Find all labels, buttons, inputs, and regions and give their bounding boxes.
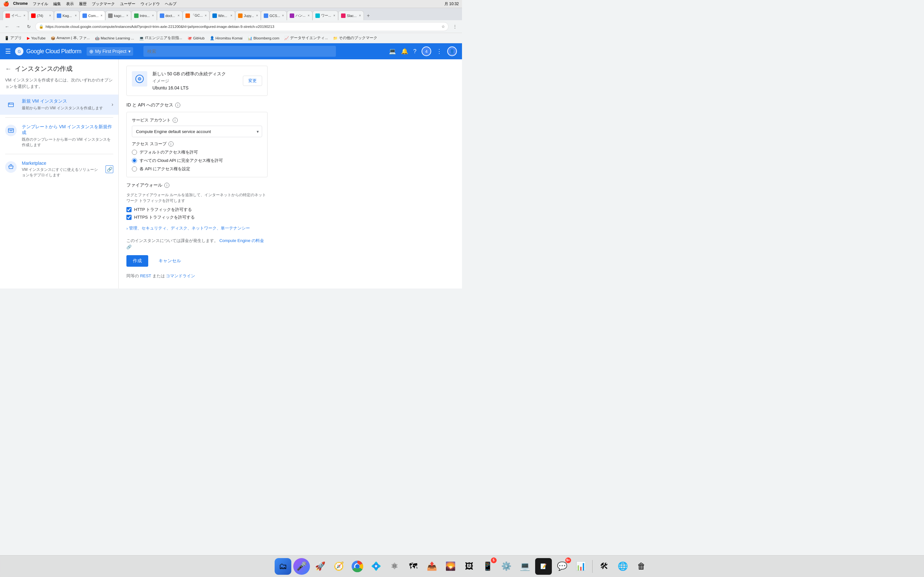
- tab-1[interactable]: (74) ×: [28, 11, 54, 20]
- menu-edit[interactable]: 編集: [53, 1, 61, 7]
- more-options-icon[interactable]: ⋮: [436, 48, 442, 55]
- search-input[interactable]: [144, 46, 336, 57]
- address-bar[interactable]: 🔒 https://console.cloud.google.com/compu…: [35, 22, 449, 31]
- bookmark-star[interactable]: ☆: [441, 24, 445, 29]
- tab-11[interactable]: ハン... ×: [287, 11, 312, 20]
- tab-0[interactable]: イベ... ×: [3, 11, 28, 20]
- tab-close-13[interactable]: ×: [359, 14, 361, 17]
- tab-13[interactable]: Slac... ×: [338, 11, 364, 20]
- menu-user[interactable]: ユーザー: [120, 1, 136, 7]
- bm-amazon[interactable]: 📦 Amazon | 本, ファ...: [49, 35, 92, 41]
- rest-notice-text: 同等の: [126, 274, 139, 278]
- apple-menu[interactable]: 🍎: [3, 1, 9, 7]
- menu-bookmarks[interactable]: ブックマーク: [92, 1, 115, 7]
- rest-link[interactable]: REST: [140, 274, 151, 278]
- bm-datascience[interactable]: 📈 データサイエンティ...: [282, 35, 330, 41]
- project-selector[interactable]: ⊕ My First Project ▾: [87, 47, 133, 56]
- menu-help[interactable]: ヘルプ: [165, 1, 176, 7]
- bookmarks-bar: 📱 アプリ ▶ YouTube 📦 Amazon | 本, ファ... 🤖 Ma…: [0, 33, 462, 43]
- back-button[interactable]: ←: [3, 22, 11, 31]
- cmdline-link[interactable]: コマンドライン: [166, 274, 195, 278]
- service-account-select[interactable]: Compute Engine default service account: [132, 126, 262, 137]
- service-account-info-icon[interactable]: i: [173, 118, 178, 123]
- radio-all[interactable]: すべての Cloud API に完全アクセス権を許可: [132, 158, 262, 163]
- menu-view[interactable]: 表示: [66, 1, 74, 7]
- bm-it[interactable]: 💻 ITエンジニアを目指...: [137, 35, 184, 41]
- tab-close-4[interactable]: ×: [126, 14, 128, 17]
- tab-label-12: ワー...: [321, 13, 331, 18]
- hamburger-menu[interactable]: ☰: [5, 47, 11, 55]
- billing-text: このインスタンスについては課金が発生します。: [126, 238, 218, 243]
- tab-close-1[interactable]: ×: [49, 14, 51, 17]
- https-checkbox-item[interactable]: HTTPS トラフィックを許可する: [126, 214, 268, 220]
- tab-close-8[interactable]: ×: [230, 14, 232, 17]
- menu-window[interactable]: ウィンドウ: [141, 1, 160, 7]
- tab-6[interactable]: doct... ×: [157, 11, 183, 20]
- help-icon[interactable]: ?: [413, 48, 417, 55]
- bm-ml[interactable]: 🤖 Machine Learning ...: [93, 35, 136, 41]
- http-checkbox-item[interactable]: HTTP トラフィックを許可する: [126, 207, 268, 213]
- radio-all-input[interactable]: [132, 158, 137, 163]
- radio-custom-input[interactable]: [132, 166, 137, 171]
- radio-default-label: デフォルトのアクセス権を許可: [140, 149, 198, 155]
- radio-default[interactable]: デフォルトのアクセス権を許可: [132, 149, 262, 155]
- marketplace-icon: [5, 161, 17, 173]
- tab-close-11[interactable]: ×: [308, 14, 310, 17]
- tab-close-3[interactable]: ×: [100, 14, 102, 17]
- bm-github[interactable]: 🐙 GitHub: [186, 35, 207, 41]
- billing-link[interactable]: Compute Engine の料金: [220, 238, 264, 243]
- external-link-icon: 🔗: [126, 245, 132, 250]
- template-vm-icon: [5, 125, 17, 136]
- tab-2[interactable]: Kag... ×: [54, 11, 79, 20]
- tab-close-6[interactable]: ×: [178, 14, 180, 17]
- tab-close-10[interactable]: ×: [282, 14, 284, 17]
- bm-hiromitsu[interactable]: 👤 Hiromitsu Komai: [208, 35, 244, 41]
- change-disk-button[interactable]: 変更: [243, 76, 262, 86]
- tab-close-7[interactable]: ×: [205, 14, 207, 17]
- tab-7[interactable]: 「GC... ×: [183, 11, 210, 20]
- tab-close-0[interactable]: ×: [23, 14, 25, 17]
- sidebar-item-title-3: Marketplace: [22, 161, 100, 166]
- https-checkbox[interactable]: [126, 215, 132, 220]
- new-tab-button[interactable]: +: [364, 11, 373, 20]
- bm-bloomberg[interactable]: 📊 Bloomberg.com: [246, 35, 281, 41]
- tab-4[interactable]: kagc... ×: [105, 11, 131, 20]
- tab-3[interactable]: Com... ×: [79, 11, 105, 20]
- menu-file[interactable]: ファイル: [33, 1, 48, 7]
- bm-apps[interactable]: 📱 アプリ: [3, 35, 24, 41]
- notifications-icon[interactable]: 🔔: [401, 48, 408, 55]
- sidebar-item-marketplace[interactable]: Marketplace VM インスタンスにすぐに使えるソリューションをデプロイ…: [0, 157, 118, 182]
- menu-history[interactable]: 履歴: [79, 1, 87, 7]
- radio-custom[interactable]: 各 API にアクセス権を設定: [132, 166, 262, 172]
- tab-close-12[interactable]: ×: [333, 14, 335, 17]
- bm-other[interactable]: 📁 その他のブックマーク: [331, 35, 379, 41]
- extensions-button[interactable]: ⋮: [451, 22, 459, 31]
- cancel-button[interactable]: キャンセル: [152, 255, 187, 267]
- sidebar-item-new-vm[interactable]: 新規 VM インスタンス 最初から単一の VM インスタンスを作成します ›: [0, 95, 118, 115]
- tab-10[interactable]: GCS... ×: [261, 11, 287, 20]
- sidebar-item-template-vm[interactable]: テンプレートから VM インスタンスを新規作成 既存のテンプレートから単一の V…: [0, 120, 118, 152]
- ml-icon: 🤖: [95, 36, 99, 40]
- tab-9[interactable]: Jupy... ×: [235, 11, 261, 20]
- tab-close-2[interactable]: ×: [75, 14, 77, 17]
- tab-5[interactable]: Intro... ×: [131, 11, 157, 20]
- back-button[interactable]: ←: [5, 65, 11, 73]
- tab-close-9[interactable]: ×: [256, 14, 258, 17]
- account-avatar[interactable]: 👤: [447, 47, 457, 56]
- create-button[interactable]: 作成: [126, 255, 148, 267]
- user-avatar[interactable]: 4: [422, 47, 431, 56]
- firewall-info-icon[interactable]: i: [164, 183, 170, 188]
- marketplace-link-icon[interactable]: 🔗: [105, 165, 113, 173]
- refresh-button[interactable]: ↻: [24, 22, 33, 31]
- bm-youtube[interactable]: ▶ YouTube: [25, 35, 47, 41]
- tab-8[interactable]: Win... ×: [210, 11, 235, 20]
- cloud-shell-icon[interactable]: 💻: [389, 48, 396, 55]
- identity-info-icon[interactable]: i: [175, 103, 180, 108]
- tab-close-5[interactable]: ×: [152, 14, 154, 17]
- tab-12[interactable]: ワー... ×: [312, 11, 338, 20]
- radio-default-input[interactable]: [132, 150, 137, 155]
- advanced-link[interactable]: › 管理、セキュリティ、ディスク、ネットワーク、単一テナンシー: [126, 226, 268, 231]
- access-scope-info-icon[interactable]: i: [168, 141, 174, 147]
- http-checkbox[interactable]: [126, 207, 132, 212]
- forward-button[interactable]: →: [13, 22, 23, 31]
